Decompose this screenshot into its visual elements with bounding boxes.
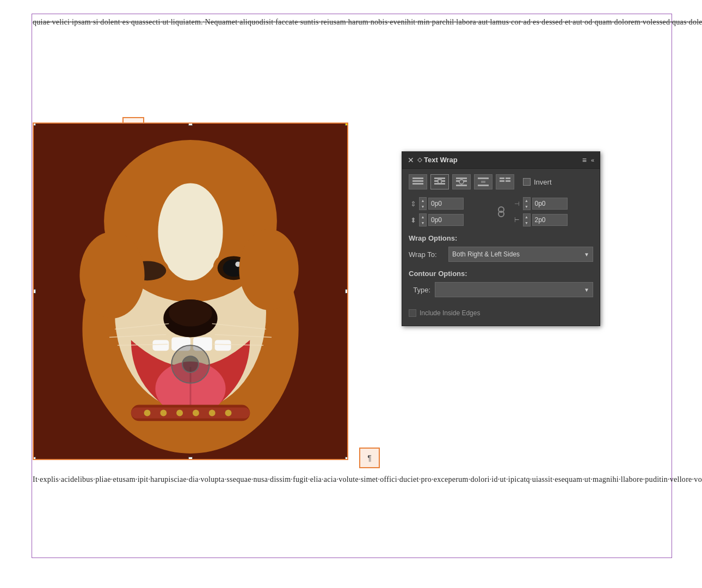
- svg-rect-40: [434, 177, 445, 179]
- handle-top-center[interactable]: [188, 122, 193, 126]
- include-edges-label: Include Inside Edges: [420, 309, 480, 317]
- top-text-content: quiae·velici·ipsam·si·dolent·es·quassect…: [33, 16, 669, 28]
- contour-options-section: Contour Options: Type: ▼: [409, 270, 593, 297]
- svg-rect-56: [506, 180, 510, 182]
- include-edges-checkbox[interactable]: [409, 309, 416, 317]
- svg-rect-48: [463, 180, 467, 182]
- offset-right-col: ⊣ ▲ ▼ ⊢ ▲ ▼: [513, 197, 594, 226]
- contour-options-label: Contour Options:: [409, 270, 593, 278]
- right-offset-up[interactable]: ▲: [524, 198, 530, 204]
- type-dropdown-arrow: ▼: [584, 287, 589, 293]
- top-offset-icon: ⇕: [409, 200, 417, 208]
- svg-rect-41: [434, 180, 438, 182]
- left-offset-up[interactable]: ▲: [524, 214, 530, 220]
- svg-rect-44: [434, 183, 445, 185]
- left-offset-input[interactable]: [532, 214, 568, 226]
- wrap-to-label: Wrap To:: [409, 250, 444, 259]
- left-offset-down[interactable]: ▼: [524, 220, 530, 226]
- svg-rect-52: [478, 185, 489, 186]
- panel-collapse-button[interactable]: «: [591, 157, 594, 163]
- wrap-options-section: Wrap Options: Wrap To: Both Right & Left…: [409, 234, 593, 262]
- dog-svg: [34, 124, 347, 459]
- top-offset-stepper[interactable]: ▲ ▼: [419, 197, 427, 210]
- svg-point-28: [225, 409, 232, 416]
- panel-title-arrow: ◇: [417, 156, 422, 163]
- include-edges-row: Include Inside Edges: [409, 306, 593, 320]
- no-wrap-button[interactable]: [409, 174, 427, 189]
- invert-checkbox[interactable]: [523, 178, 531, 186]
- handle-top-right[interactable]: [345, 122, 348, 126]
- left-offset-stepper[interactable]: ▲ ▼: [523, 213, 531, 226]
- panel-titlebar: ✕ ◇ Text Wrap ≡ «: [402, 151, 600, 169]
- wrap-icons-row: Invert: [409, 174, 593, 189]
- panel-close-button[interactable]: ✕: [408, 156, 414, 164]
- top-offset-down[interactable]: ▼: [420, 204, 426, 210]
- invert-row: Invert: [523, 178, 552, 186]
- type-label: Type:: [409, 286, 430, 294]
- link-chain-icon: [494, 204, 509, 219]
- svg-point-12: [169, 299, 212, 327]
- svg-rect-50: [478, 177, 489, 179]
- wrap-contour-button[interactable]: [452, 174, 471, 189]
- bottom-offset-icon: ⬍: [409, 216, 417, 224]
- top-offset-up[interactable]: ▲: [420, 198, 426, 204]
- svg-rect-39: [412, 183, 423, 185]
- dog-image: [34, 124, 347, 459]
- right-offset-row: ⊣ ▲ ▼: [513, 197, 594, 210]
- paragraph-mark-bottom: ¶: [359, 448, 380, 468]
- offset-left-col: ⇕ ▲ ▼ ⬍ ▲ ▼: [409, 197, 490, 226]
- right-offset-input[interactable]: [532, 198, 568, 210]
- svg-rect-53: [500, 177, 504, 179]
- offset-center-col: [493, 204, 509, 219]
- handle-middle-left[interactable]: [33, 289, 36, 293]
- placed-image[interactable]: [33, 122, 348, 460]
- left-offset-icon: ⊢: [513, 217, 521, 224]
- svg-rect-43: [442, 180, 445, 182]
- panel-menu-button[interactable]: ≡: [582, 156, 587, 164]
- panel-title: ◇ Text Wrap: [417, 156, 458, 164]
- wrap-jump-button[interactable]: [474, 174, 492, 189]
- svg-rect-49: [456, 185, 467, 186]
- wrap-options-label: Wrap Options:: [409, 234, 593, 242]
- svg-point-47: [459, 180, 464, 184]
- handle-bottom-left[interactable]: [33, 457, 36, 460]
- type-select[interactable]: ▼: [435, 282, 593, 297]
- svg-point-23: [144, 409, 151, 416]
- bottom-text-content: It·explis·acidelibus·pliae·etusam·ipit·h…: [33, 474, 669, 486]
- wrap-to-select[interactable]: Both Right & Left Sides ▼: [448, 247, 593, 262]
- wrap-bounding-box-button[interactable]: [430, 174, 449, 189]
- wrap-to-dropdown-arrow: ▼: [584, 252, 589, 258]
- bottom-offset-up[interactable]: ▲: [420, 214, 426, 220]
- bottom-offset-row: ⬍ ▲ ▼: [409, 213, 490, 226]
- top-offset-row: ⇕ ▲ ▼: [409, 197, 490, 210]
- right-offset-down[interactable]: ▼: [524, 204, 530, 210]
- bottom-paragraph: It·explis·acidelibus·pliae·etusam·ipit·h…: [33, 474, 669, 486]
- left-offset-row: ⊢ ▲ ▼: [513, 213, 594, 226]
- handle-bottom-right[interactable]: [345, 457, 348, 460]
- svg-point-60: [500, 211, 502, 213]
- bottom-offset-down[interactable]: ▼: [420, 220, 426, 226]
- svg-rect-45: [456, 177, 467, 179]
- type-row: Type: ▼: [409, 282, 593, 297]
- offset-grid: ⇕ ▲ ▼ ⬍ ▲ ▼: [409, 197, 593, 226]
- wrap-jump-next-button[interactable]: [496, 174, 514, 189]
- svg-point-36: [182, 356, 199, 372]
- handle-middle-right[interactable]: [345, 289, 348, 293]
- svg-rect-16: [215, 340, 231, 351]
- svg-rect-55: [500, 180, 504, 182]
- top-offset-input[interactable]: [428, 198, 464, 210]
- top-paragraph: quiae·velici·ipsam·si·dolent·es·quassect…: [33, 16, 669, 28]
- bottom-offset-stepper[interactable]: ▲ ▼: [419, 213, 427, 226]
- svg-rect-54: [506, 177, 510, 179]
- svg-point-20: [239, 229, 298, 310]
- handle-top-left[interactable]: [33, 122, 36, 126]
- panel-title-label: Text Wrap: [424, 156, 458, 164]
- handle-bottom-center[interactable]: [188, 457, 193, 460]
- right-offset-stepper[interactable]: ▲ ▼: [523, 197, 531, 210]
- document-area: quiae·velici·ipsam·si·dolent·es·quassect…: [0, 0, 702, 588]
- wrap-to-row: Wrap To: Both Right & Left Sides ▼: [409, 247, 593, 262]
- svg-point-27: [209, 409, 215, 416]
- bottom-offset-input[interactable]: [428, 214, 464, 226]
- panel-titlebar-left: ✕ ◇ Text Wrap: [408, 156, 458, 164]
- svg-point-25: [176, 409, 183, 416]
